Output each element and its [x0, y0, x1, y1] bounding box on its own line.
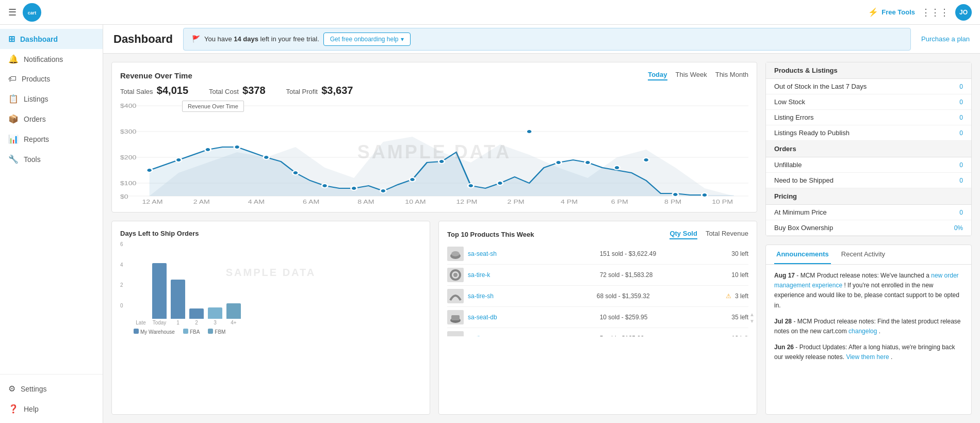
revenue-stats: Total Sales $4,015 Total Cost $378 Total…: [120, 85, 748, 96]
product-link[interactable]: sa-tire-sh: [468, 292, 593, 300]
sidebar-item-tools[interactable]: 🔧 Tools: [0, 149, 103, 169]
tab-total-revenue[interactable]: Total Revenue: [706, 230, 748, 239]
need-ship-row: Need to be Shipped 0: [766, 173, 971, 188]
svg-point-21: [351, 186, 357, 190]
product-row: sa-tire-sh 68 sold - $1,359.32 ⚠ 3 left: [447, 286, 748, 307]
product-link[interactable]: sa-tire-m: [468, 335, 596, 336]
svg-text:$200: $200: [120, 155, 137, 160]
svg-point-32: [673, 192, 678, 197]
product-link[interactable]: sa-seat-sh: [468, 250, 596, 257]
svg-text:10 PM: 10 PM: [712, 199, 733, 204]
product-row: sa-seat-db 10 sold - $259.95 35 left: [447, 307, 748, 328]
tag-icon: 🏷: [8, 74, 17, 84]
product-link[interactable]: sa-tire-k: [468, 271, 596, 279]
product-sold: 151 sold - $3,622.49: [600, 250, 728, 257]
low-stock-link[interactable]: 0: [959, 99, 963, 106]
content-header: Dashboard 🚩 You have 14 days left in you…: [103, 25, 980, 54]
unfillable-row: Unfillable 0: [766, 157, 971, 173]
bar-group-2: [189, 308, 204, 319]
unfillable-link[interactable]: 0: [959, 161, 963, 169]
orders-header: Orders: [766, 141, 971, 157]
ship-watermark: SAMPLE DATA: [226, 267, 316, 279]
svg-text:cart: cart: [28, 10, 37, 15]
svg-text:$400: $400: [120, 103, 137, 109]
tab-this-week[interactable]: This Week: [676, 71, 707, 80]
svg-text:2 AM: 2 AM: [193, 199, 210, 204]
out-of-stock-link[interactable]: 0: [959, 83, 963, 90]
tab-recent-activity[interactable]: Recent Activity: [839, 245, 887, 264]
buy-box-link[interactable]: 0%: [954, 224, 963, 232]
product-link[interactable]: sa-seat-db: [468, 314, 596, 321]
listing-errors-link[interactable]: 0: [959, 114, 963, 121]
listing-errors-row: Listing Errors 0: [766, 110, 971, 125]
sidebar-item-listings[interactable]: 📋 Listings: [0, 89, 103, 109]
apps-icon[interactable]: ⋮⋮⋮: [921, 7, 949, 18]
svg-text:8 AM: 8 AM: [357, 199, 374, 204]
free-tools-link[interactable]: ⚡ Free Tools: [868, 7, 915, 17]
dashboard-icon: ⊞: [8, 34, 15, 44]
buy-box-row: Buy Box Ownership 0%: [766, 220, 971, 236]
svg-point-22: [380, 189, 386, 193]
page-title: Dashboard: [113, 32, 173, 46]
sidebar-item-dashboard[interactable]: ⊞ Dashboard: [0, 29, 103, 49]
announcement-2: Jul 28 - MCM Product release notes: Find…: [774, 317, 963, 336]
dashboard-left: Revenue Over Time Today This Week This M…: [111, 62, 757, 415]
sidebar-item-products[interactable]: 🏷 Products: [0, 69, 103, 89]
revenue-chart-card: Revenue Over Time Today This Week This M…: [111, 62, 757, 213]
logo: cart: [23, 3, 41, 22]
svg-point-23: [410, 177, 415, 182]
product-row: sa-tire-k 72 sold - $1,583.28 10 left: [447, 265, 748, 286]
need-ship-link[interactable]: 0: [959, 177, 963, 184]
svg-point-20: [322, 184, 328, 188]
announcement-1: Aug 17 - MCM Product release notes: We'v…: [774, 271, 963, 311]
svg-text:$300: $300: [120, 129, 137, 135]
total-sales: Total Sales $4,015: [120, 85, 188, 96]
announce-body: Aug 17 - MCM Product release notes: We'v…: [766, 265, 971, 414]
svg-text:6 PM: 6 PM: [611, 199, 628, 204]
svg-point-24: [438, 159, 444, 164]
menu-icon[interactable]: ☰: [8, 7, 17, 18]
product-sold: 5 sold - $125.00: [600, 335, 728, 336]
announcements-panel: Announcements Recent Activity Aug 17 - M…: [765, 245, 972, 415]
tab-this-month[interactable]: This Month: [715, 71, 748, 80]
sidebar-item-help[interactable]: ❓ Help: [0, 399, 103, 419]
tab-today[interactable]: Today: [648, 71, 667, 80]
listings-ready-link[interactable]: 0: [959, 129, 963, 137]
purchase-plan-button[interactable]: Purchase a plan: [921, 35, 970, 43]
announcement-3: Jun 26 - Product Updates: After a long h…: [774, 343, 963, 362]
svg-text:8 PM: 8 PM: [664, 199, 681, 204]
ship-x-axis: Late Today 1 2 3 4+: [120, 320, 421, 326]
view-them-link[interactable]: View them here: [846, 353, 889, 361]
pricing-header: Pricing: [766, 188, 971, 205]
sidebar-item-reports[interactable]: 📊 Reports: [0, 129, 103, 149]
main-content: Dashboard 🚩 You have 14 days left in you…: [103, 25, 980, 423]
product-left: ⚠ 3 left: [726, 292, 748, 300]
product-sold: 68 sold - $1,359.32: [597, 292, 722, 300]
time-tabs: Today This Week This Month: [648, 71, 748, 80]
onboarding-button[interactable]: Get free onboarding help ▾: [323, 32, 411, 46]
product-image: [447, 268, 464, 282]
total-profit: Total Profit $3,637: [286, 85, 353, 96]
chart-tooltip: Revenue Over Time: [182, 101, 244, 112]
product-left: 13 left: [731, 335, 748, 336]
sidebar-item-settings[interactable]: ⚙ Settings: [0, 379, 103, 399]
tab-announcements[interactable]: Announcements: [774, 245, 831, 264]
svg-text:$0: $0: [120, 194, 128, 200]
min-price-row: At Minimum Price 0: [766, 205, 971, 220]
bell-icon: 🔔: [8, 54, 19, 64]
sidebar-item-notifications[interactable]: 🔔 Notifications: [0, 49, 103, 69]
top-products-card: Top 10 Products This Week Qty Sold Total…: [438, 221, 757, 415]
flag-icon: 🚩: [192, 35, 200, 43]
sidebar-item-orders[interactable]: 📦 Orders: [0, 109, 103, 129]
revenue-title: Revenue Over Time: [120, 71, 192, 80]
min-price-link[interactable]: 0: [959, 209, 963, 216]
product-row: sa-seat-sh 151 sold - $3,622.49 30 left: [447, 243, 748, 265]
changelog-link[interactable]: changelog: [848, 328, 877, 335]
low-stock-row: Low Stock 0: [766, 94, 971, 110]
svg-text:4 AM: 4 AM: [248, 199, 265, 204]
dashboard-right: Products & Listings Out of Stock in the …: [765, 62, 972, 415]
settings-icon: ⚙: [8, 384, 15, 394]
avatar[interactable]: JO: [955, 4, 972, 21]
product-row: sa-tire-m 5 sold - $125.00 13 left: [447, 328, 748, 336]
tab-qty-sold[interactable]: Qty Sold: [669, 230, 697, 239]
